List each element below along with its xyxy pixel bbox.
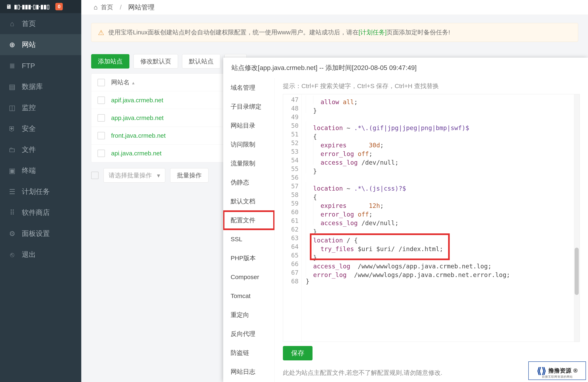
- site-link[interactable]: app.java.crmeb.net: [111, 114, 164, 121]
- modal-nav-item-Tomcat[interactable]: Tomcat: [223, 287, 274, 305]
- sidebar-item-label: FTP: [22, 62, 35, 70]
- scrollbar-thumb[interactable]: [575, 248, 579, 295]
- sidebar-item-文件[interactable]: 🗀文件: [0, 139, 81, 160]
- server-ip-header: 🖥 ▮▯·▮▮▮·▯▮·▮▮▯ 0: [0, 0, 81, 13]
- modal-nav-item-默认文档[interactable]: 默认文档: [223, 192, 274, 211]
- modal-nav-item-防盗链[interactable]: 防盗链: [223, 343, 274, 362]
- modal-nav-item-网站目录[interactable]: 网站目录: [223, 116, 274, 135]
- code-line-47: allow all;: [306, 95, 580, 104]
- modal-nav-item-子目录绑定[interactable]: 子目录绑定: [223, 97, 274, 116]
- alert-cron-link[interactable]: [计划任务]: [358, 29, 387, 36]
- batch-action-select[interactable]: 请选择批量操作 ▾: [104, 168, 165, 183]
- alert-text: 使用宝塔Linux面板创建站点时会自动创建权限配置，统一使用www用户。建站成功…: [108, 28, 450, 37]
- modal-nav-item-SSL[interactable]: SSL: [223, 230, 274, 249]
- editor-gutter: 4748495051525354555657585960616263646566…: [283, 94, 302, 342]
- sidebar-item-面板设置[interactable]: ⚙面板设置: [0, 223, 81, 244]
- sidebar-icon: ☰: [8, 188, 16, 196]
- code-line-59: expires 12h;: [306, 199, 580, 208]
- code-line-66: access_log /www/wwwlogs/app.java.crmeb.n…: [306, 260, 580, 268]
- sidebar-icon: ⎋: [8, 251, 16, 259]
- sidebar-item-label: 面板设置: [22, 229, 50, 238]
- add-site-button[interactable]: 添加站点: [91, 54, 129, 68]
- modal-nav-item-流量限制[interactable]: 流量限制: [223, 154, 274, 173]
- chevron-down-icon: ▾: [157, 172, 160, 179]
- modal-nav-item-PHP版本[interactable]: PHP版本: [223, 249, 274, 268]
- sidebar-icon: ≣: [8, 62, 16, 70]
- modal-title: 站点修改[app.java.crmeb.net] -- 添加时间[2020-08…: [223, 58, 588, 78]
- row-checkbox[interactable]: [98, 114, 105, 122]
- modal-nav-item-重定向[interactable]: 重定向: [223, 305, 274, 324]
- breadcrumb-current: 网站管理: [128, 3, 154, 12]
- watermark-badge: ⟪⟫ 撸撸资源® 自搜互联网资源的网站: [528, 361, 586, 380]
- modal-nav-item-配置文件[interactable]: 配置文件: [223, 211, 274, 230]
- breadcrumb-home[interactable]: 首页: [101, 3, 113, 12]
- modal-nav-item-Composer[interactable]: Composer: [223, 268, 274, 287]
- sidebar-item-数据库[interactable]: ▤数据库: [0, 76, 81, 97]
- code-line-64: try_files $uri $uri/ /index.html;: [306, 242, 580, 251]
- sidebar-item-监控[interactable]: ◫监控: [0, 97, 81, 118]
- code-line-52: expires 30d;: [306, 139, 580, 147]
- breadcrumb: ⌂ 首页 / 网站管理: [81, 0, 588, 15]
- sidebar-icon: ⌂: [8, 20, 16, 28]
- sidebar-item-label: 首页: [22, 19, 36, 28]
- sidebar-item-首页[interactable]: ⌂首页: [0, 13, 81, 34]
- row-checkbox[interactable]: [98, 132, 105, 139]
- modal-nav-item-访问限制[interactable]: 访问限制: [223, 135, 274, 154]
- home-icon: ⌂: [94, 3, 98, 11]
- sidebar-icon: 🗀: [8, 146, 16, 154]
- sidebar-item-label: 网站: [22, 40, 36, 49]
- edit-default-page-button[interactable]: 修改默认页: [133, 54, 178, 68]
- site-link[interactable]: api.java.crmeb.net: [111, 150, 162, 157]
- sidebar-icon: ⠿: [8, 209, 16, 217]
- sidebar-icon: ▤: [8, 83, 16, 91]
- sidebar-item-label: 退出: [22, 250, 36, 259]
- batch-apply-button[interactable]: 批量操作: [170, 168, 209, 183]
- watermark-icon: ⟪⟫: [537, 366, 546, 376]
- code-line-50: location ~ .*\.(gif|jpg|jpeg|png|bmp|swf…: [306, 121, 580, 130]
- modal-nav: 域名管理子目录绑定网站目录访问限制流量限制伪静态默认文档配置文件SSLPHP版本…: [223, 78, 275, 382]
- sidebar-item-退出[interactable]: ⎋退出: [0, 244, 81, 265]
- sidebar-item-网站[interactable]: ⊕网站: [0, 34, 81, 55]
- sidebar-item-终端[interactable]: ▣终端: [0, 160, 81, 181]
- sidebar-item-label: 监控: [22, 103, 36, 112]
- watermark-sub: 自搜互联网资源的网站: [542, 375, 573, 379]
- code-line-53: error_log off;: [306, 147, 580, 156]
- sidebar-item-label: 安全: [22, 124, 36, 133]
- sidebar-item-FTP[interactable]: ≣FTP: [0, 55, 81, 76]
- sidebar-item-软件商店[interactable]: ⠿软件商店: [0, 202, 81, 223]
- editor-code[interactable]: allow all;}location ~ .*\.(gif|jpg|jpeg|…: [302, 94, 580, 342]
- code-line-67: error_log /www/wwwlogs/app.java.crmeb.ne…: [306, 268, 580, 277]
- modal-body: 域名管理子目录绑定网站目录访问限制流量限制伪静态默认文档配置文件SSLPHP版本…: [223, 78, 588, 382]
- batch-select-checkbox[interactable]: [91, 172, 99, 179]
- modal-nav-item-域名管理[interactable]: 域名管理: [223, 78, 274, 97]
- editor-scrollbar[interactable]: [574, 94, 580, 342]
- site-edit-modal: 站点修改[app.java.crmeb.net] -- 添加时间[2020-08…: [223, 58, 588, 382]
- breadcrumb-separator: /: [120, 3, 122, 11]
- site-link[interactable]: apif.java.crmeb.net: [111, 97, 163, 104]
- code-line-63: location / {: [306, 234, 580, 242]
- modal-main: 提示：Ctrl+F 搜索关键字，Ctrl+S 保存，Ctrl+H 查找替换 47…: [275, 78, 588, 382]
- sidebar-item-安全[interactable]: ⛨安全: [0, 118, 81, 139]
- code-line-56: [306, 173, 580, 182]
- row-checkbox[interactable]: [98, 150, 105, 157]
- config-editor[interactable]: 4748495051525354555657585960616263646566…: [283, 94, 580, 342]
- row-checkbox[interactable]: [98, 97, 105, 104]
- sidebar-icon: ⛨: [8, 125, 16, 133]
- modal-nav-item-伪静态[interactable]: 伪静态: [223, 173, 274, 192]
- col-site-name[interactable]: 网站名▲: [111, 78, 135, 87]
- default-site-button[interactable]: 默认站点: [182, 54, 220, 68]
- editor-hint: 提示：Ctrl+F 搜索关键字，Ctrl+S 保存，Ctrl+H 查找替换: [275, 78, 580, 94]
- sidebar-item-label: 数据库: [22, 82, 43, 91]
- sidebar-icon: ⊕: [8, 41, 16, 49]
- select-all-checkbox[interactable]: [98, 79, 105, 86]
- warning-icon: ⚠: [98, 28, 104, 37]
- notification-badge[interactable]: 0: [55, 3, 63, 10]
- modal-nav-item-网站日志[interactable]: 网站日志: [223, 362, 274, 381]
- sidebar-item-计划任务[interactable]: ☰计划任务: [0, 181, 81, 202]
- sidebar-item-label: 计划任务: [22, 187, 50, 196]
- save-button[interactable]: 保存: [283, 346, 313, 361]
- code-line-54: access_log /dev/null;: [306, 156, 580, 165]
- site-link[interactable]: front.java.crmeb.net: [111, 132, 166, 139]
- watermark-reg: ®: [573, 367, 578, 374]
- modal-nav-item-反向代理[interactable]: 反向代理: [223, 324, 274, 343]
